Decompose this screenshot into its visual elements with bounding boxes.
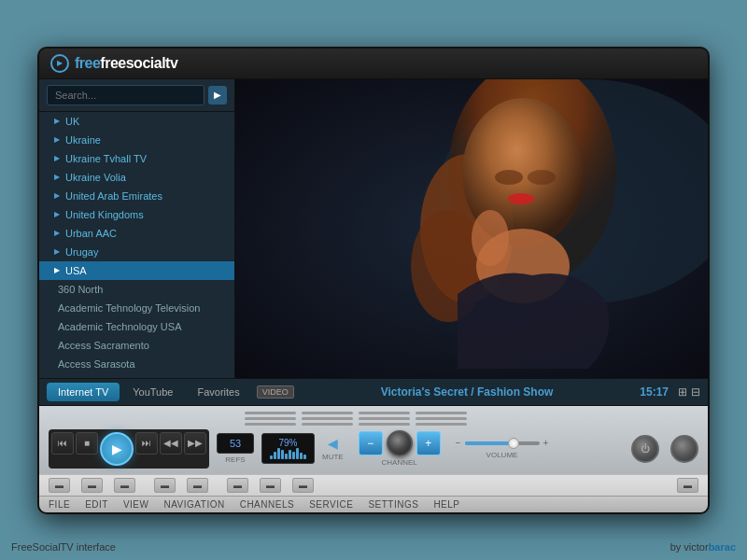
search-input[interactable] — [47, 85, 204, 105]
mini-slider-3[interactable] — [245, 423, 296, 426]
video-area — [235, 79, 708, 378]
mini-slider-11[interactable] — [416, 417, 467, 420]
freq-bar-2 — [274, 452, 276, 459]
bottom-btn-8[interactable]: ▬ — [292, 478, 314, 493]
bottom-btn-5[interactable]: ▬ — [187, 478, 208, 493]
player-section: ⏮ ■ ▶ ⏭ ◀◀ ▶▶ 53 REFS 79% — [39, 406, 708, 474]
rew-button[interactable]: ◀◀ — [160, 432, 182, 455]
svg-point-9 — [528, 170, 556, 185]
channel-item-access-sacramento[interactable]: Access Sacramento — [39, 336, 234, 355]
tab-favorites[interactable]: Favorites — [186, 383, 250, 401]
next-button[interactable]: ⏭ — [135, 432, 158, 455]
channel-item-urugay[interactable]: ▶ Urugay — [39, 243, 234, 261]
bottom-btn-7[interactable]: ▬ — [260, 478, 281, 493]
mini-slider-2[interactable] — [245, 417, 296, 420]
channel-item-academic-tech-usa[interactable]: Academic Technology USA — [39, 317, 234, 336]
channel-item-usa[interactable]: ▶ USA — [39, 261, 234, 280]
grid-icon[interactable]: ⊞ — [678, 385, 687, 399]
bottom-btn-9[interactable]: ▬ — [677, 478, 698, 493]
transport-controls: ⏮ ■ ▶ ⏭ ◀◀ ▶▶ — [49, 429, 209, 469]
menu-bar: FILE EDIT VIEW NAVIGATION CHANNELS SERVI… — [39, 496, 708, 512]
tab-youtube[interactable]: YouTube — [121, 383, 184, 401]
search-button[interactable]: ▶ — [208, 86, 227, 105]
volume-thumb[interactable] — [508, 438, 519, 449]
desktop-label-right: by victorbarac — [670, 541, 736, 553]
player-controls: ⏮ ■ ▶ ⏭ ◀◀ ▶▶ 53 REFS 79% — [49, 429, 698, 469]
vol-min-icon: − — [456, 438, 461, 448]
bullet-icon: ▶ — [54, 135, 60, 144]
channel-label: CHANNEL — [382, 458, 417, 467]
menu-help[interactable]: HELP — [433, 499, 459, 510]
bullet-icon: ▶ — [54, 210, 60, 218]
menu-edit[interactable]: EDIT — [85, 499, 108, 510]
svg-point-10 — [472, 210, 509, 266]
menu-settings[interactable]: SETTINGS — [368, 499, 418, 510]
now-playing-title: Victoria's Secret / Fashion Show — [296, 385, 639, 399]
bullet-icon: ▶ — [54, 173, 60, 181]
mini-slider-8[interactable] — [359, 417, 410, 420]
channel-item-ukraine-tvhall[interactable]: ▶ Ukraine Tvhall TV — [39, 149, 234, 168]
channel-item-uae[interactable]: ▶ United Arab Emirates — [39, 187, 234, 205]
channel-item-360north[interactable]: 360 North — [39, 280, 234, 299]
bottom-btn-1[interactable]: ▬ — [49, 478, 70, 493]
play-button[interactable]: ▶ — [100, 432, 134, 466]
bullet-icon: ▶ — [54, 117, 60, 125]
mini-slider-9[interactable] — [359, 423, 410, 426]
volume-slider[interactable] — [465, 441, 540, 445]
channel-minus-button[interactable]: − — [359, 431, 383, 455]
video-content — [235, 79, 708, 378]
menu-view[interactable]: VIEW — [123, 499, 149, 510]
freq-bar-1 — [270, 455, 273, 459]
menu-channels[interactable]: CHANNELS — [240, 499, 294, 510]
bottom-btn-6[interactable]: ▬ — [227, 478, 248, 493]
mini-slider-10[interactable] — [416, 412, 467, 414]
slider-group-2 — [302, 412, 353, 426]
mini-slider-7[interactable] — [359, 412, 410, 414]
menu-service[interactable]: SERVICE — [309, 499, 353, 510]
volume-label: VOLUME — [486, 451, 518, 459]
mini-slider-5[interactable] — [302, 417, 353, 420]
channel-item-uk[interactable]: ▶ UK — [39, 112, 234, 131]
logo: ▶ freefreesocialtv — [50, 54, 177, 73]
tab-internet-tv[interactable]: Internet TV — [47, 383, 120, 401]
freq-bar-4 — [281, 450, 284, 459]
freq-bar-6 — [289, 450, 291, 459]
channel-number: 53 — [217, 433, 254, 454]
refs-label: REFS — [225, 455, 245, 464]
volume-slider-row: − + — [456, 438, 549, 448]
menu-file[interactable]: FILE — [49, 499, 70, 510]
mini-slider-6[interactable] — [302, 423, 353, 426]
channel-item-access-sarasota[interactable]: Access Sarasota — [39, 355, 234, 373]
mini-slider-12[interactable] — [416, 423, 467, 426]
slider-group-1 — [245, 412, 296, 426]
ffw-button[interactable]: ▶▶ — [184, 432, 206, 455]
channel-item-academic-tech-tv[interactable]: Academic Tehnology Television — [39, 299, 234, 317]
bullet-icon: ▶ — [54, 154, 60, 162]
power-button[interactable]: ⏻ — [631, 435, 659, 463]
prev-button[interactable]: ⏮ — [51, 432, 74, 455]
time-display: 15:17 — [640, 385, 669, 399]
bottom-btn-3[interactable]: ▬ — [114, 478, 135, 493]
slider-group-4 — [416, 412, 467, 426]
svg-point-8 — [495, 170, 523, 185]
mini-slider-1[interactable] — [245, 412, 296, 414]
main-content: ▶ ▶ UK ▶ Ukraine ▶ Ukraine Tvhall TV ▶ U… — [39, 79, 708, 378]
bottom-btn-2[interactable]: ▬ — [81, 478, 103, 493]
channel-item-ukraine[interactable]: ▶ Ukraine — [39, 131, 234, 149]
channel-item-uk2[interactable]: ▶ United Kingdoms — [39, 205, 234, 224]
channel-item-ukraine-volia[interactable]: ▶ Ukraine Volia — [39, 168, 234, 187]
aux-knob[interactable] — [670, 435, 698, 463]
volume-group: − + VOLUME — [456, 438, 549, 459]
channel-knob[interactable] — [387, 430, 413, 456]
mini-slider-4[interactable] — [302, 412, 353, 414]
frequency-display: 79% — [261, 433, 315, 464]
speaker-icon: ◀ — [328, 436, 338, 451]
bottom-btn-4[interactable]: ▬ — [154, 478, 176, 493]
stop-button[interactable]: ■ — [76, 432, 98, 455]
desktop-label-left: FreeSocialTV interface — [11, 541, 116, 553]
menu-navigation[interactable]: NAVIGATION — [163, 499, 224, 510]
expand-icon[interactable]: ⊟ — [691, 385, 700, 399]
channel-item-urban[interactable]: ▶ Urban AAC — [39, 224, 234, 243]
channel-plus-button[interactable]: + — [416, 431, 441, 455]
bullet-icon: ▶ — [54, 247, 60, 256]
